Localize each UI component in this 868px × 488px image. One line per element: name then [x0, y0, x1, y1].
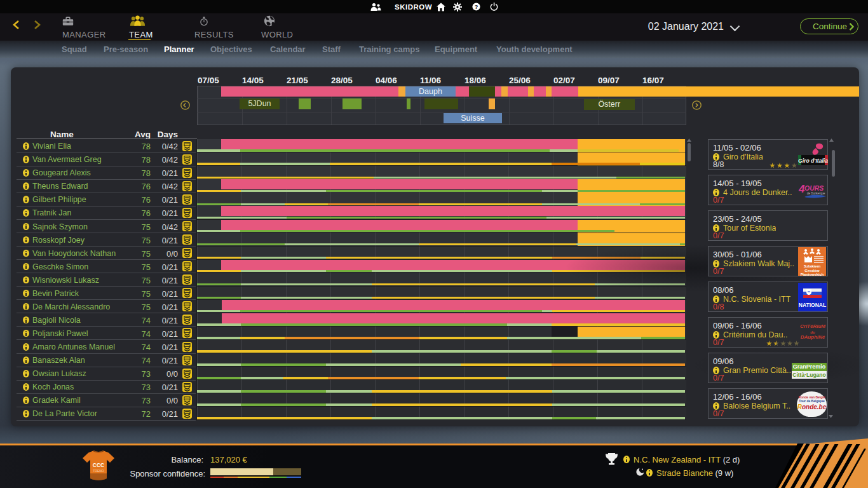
svg-text:?: ? — [475, 4, 478, 10]
svg-text:Grodów: Grodów — [804, 268, 820, 273]
svg-text:CCC: CCC — [93, 462, 104, 468]
svg-text:Giro d'Italia: Giro d'Italia — [798, 158, 828, 164]
svg-text:de Dunkerque: de Dunkerque — [807, 192, 825, 195]
svg-text:Piastowskich: Piastowskich — [801, 273, 824, 276]
svg-text:OURS: OURS — [804, 184, 824, 192]
svg-text:Szlakiem: Szlakiem — [804, 264, 821, 268]
